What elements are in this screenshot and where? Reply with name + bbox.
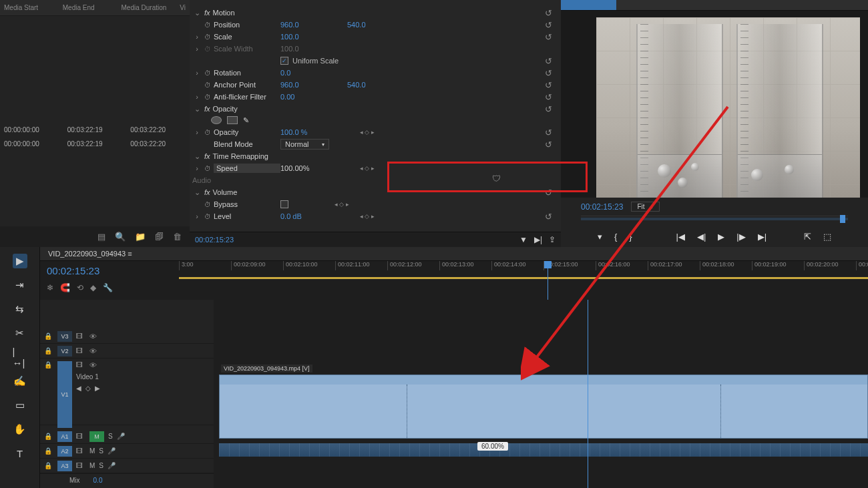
selection-tool[interactable]: ▶ bbox=[13, 254, 27, 268]
expand-icon[interactable]: › bbox=[192, 93, 202, 101]
reset-icon[interactable]: ↺ bbox=[545, 68, 558, 78]
speed-keyframe[interactable] bbox=[407, 385, 407, 438]
lock-icon[interactable]: 🔒 bbox=[44, 433, 53, 440]
slip-tool[interactable]: |↔| bbox=[13, 350, 27, 364]
lock-icon[interactable]: 🔒 bbox=[44, 462, 53, 469]
speed-value[interactable]: 100.00% bbox=[280, 164, 347, 172]
reset-icon[interactable]: ↺ bbox=[545, 212, 558, 222]
keyframe-next-icon[interactable]: ▶ bbox=[95, 385, 100, 392]
settings-icon[interactable]: 🔧 bbox=[103, 283, 113, 292]
ellipse-mask-icon[interactable] bbox=[211, 116, 222, 124]
program-scrubber[interactable] bbox=[581, 216, 848, 226]
source-patch-icon[interactable]: 🎞 bbox=[76, 332, 85, 340]
expand-icon[interactable]: › bbox=[192, 212, 202, 220]
reset-icon[interactable]: ↺ bbox=[545, 188, 558, 198]
playhead-line[interactable] bbox=[588, 300, 588, 488]
col-media-start[interactable]: Media Start bbox=[0, 3, 59, 13]
new-bin-icon[interactable]: 📁 bbox=[135, 232, 146, 242]
pen-tool[interactable]: ✍ bbox=[13, 374, 27, 389]
reset-icon[interactable]: ↺ bbox=[545, 92, 558, 102]
source-patch-icon[interactable]: 🎞 bbox=[76, 433, 85, 440]
voice-over-icon[interactable]: 🎤 bbox=[107, 447, 117, 455]
linked-selection-icon[interactable]: ⟲ bbox=[77, 283, 83, 292]
keyframe-prev-icon[interactable]: ◀ bbox=[76, 385, 81, 392]
mute-button[interactable]: M bbox=[89, 447, 95, 455]
scale-value[interactable]: 100.0 bbox=[280, 33, 347, 41]
sequence-tab[interactable]: VID_20220903_094943 ≡ bbox=[40, 247, 868, 261]
pen-mask-icon[interactable]: ✎ bbox=[243, 116, 249, 125]
zoom-fit-dropdown[interactable]: Fit ⌄ bbox=[631, 202, 660, 212]
go-to-in-icon[interactable]: |◀ bbox=[676, 232, 685, 242]
keyframe-nav[interactable]: ◂ ◇ ▸ bbox=[322, 201, 362, 208]
expand-icon[interactable]: › bbox=[192, 33, 202, 41]
lock-icon[interactable]: 🔒 bbox=[44, 361, 53, 369]
collapse-icon[interactable]: ⌄ bbox=[192, 105, 202, 113]
stopwatch-icon[interactable]: ⏱ bbox=[202, 129, 214, 136]
audio-clip[interactable] bbox=[219, 443, 868, 457]
volume-section[interactable]: ⌄ fx Volume ↺ bbox=[190, 186, 561, 198]
expand-icon[interactable]: › bbox=[192, 69, 202, 77]
timeline-tracks[interactable]: VID_20220903_094943.mp4 [V] 60.00% bbox=[214, 300, 868, 488]
mute-button[interactable]: M bbox=[89, 431, 104, 442]
timeline-timecode[interactable]: 00:02:15:23 bbox=[47, 265, 167, 276]
program-preview[interactable] bbox=[561, 11, 868, 198]
stopwatch-icon[interactable]: ⏱ bbox=[202, 201, 214, 208]
play-icon[interactable]: ▶| bbox=[534, 235, 542, 244]
track-header-a2[interactable]: 🔒 A2 🎞 M S 🎤 bbox=[40, 444, 214, 459]
track-header-v1[interactable]: 🔒 V1 🎞 👁 Video 1 ◀ ◇ ▶ bbox=[40, 358, 214, 425]
source-patch-icon[interactable]: 🎞 bbox=[76, 447, 85, 455]
track-header-v2[interactable]: 🔒 V2 🎞 👁 bbox=[40, 344, 214, 358]
scrub-playhead[interactable] bbox=[840, 215, 845, 223]
track-header-a1[interactable]: 🔒 A1 🎞 M S 🎤 bbox=[40, 429, 214, 444]
keyframe-nav[interactable]: ◂ ◇ ▸ bbox=[347, 129, 387, 136]
rect-mask-icon[interactable] bbox=[227, 116, 238, 124]
position-x-value[interactable]: 960.0 bbox=[280, 21, 347, 29]
collapse-icon[interactable]: ⌄ bbox=[192, 9, 202, 17]
delete-icon[interactable]: 🗑 bbox=[173, 232, 182, 242]
uniform-scale-checkbox[interactable] bbox=[280, 57, 288, 65]
lock-icon[interactable]: 🔒 bbox=[44, 332, 53, 340]
program-tab[interactable] bbox=[561, 0, 616, 10]
eye-icon[interactable]: 👁 bbox=[89, 347, 99, 355]
stopwatch-icon[interactable]: ⏱ bbox=[202, 93, 214, 101]
audio-section[interactable]: Audio bbox=[190, 174, 561, 186]
keyframe-nav[interactable]: ◂ ◇ ▸ bbox=[347, 213, 387, 220]
stopwatch-icon[interactable]: ⏱ bbox=[202, 165, 214, 172]
work-area-bar[interactable] bbox=[179, 277, 868, 279]
expand-icon[interactable]: › bbox=[192, 164, 202, 172]
step-forward-icon[interactable]: |▶ bbox=[736, 232, 745, 242]
col-media-duration[interactable]: Media Duration bbox=[118, 3, 176, 13]
position-y-value[interactable]: 540.0 bbox=[347, 21, 387, 29]
opacity-value[interactable]: 100.0 % bbox=[280, 128, 347, 136]
reset-icon[interactable]: ↺ bbox=[545, 140, 558, 150]
eye-icon[interactable]: 👁 bbox=[89, 332, 99, 340]
keyframe-add-icon[interactable]: ◇ bbox=[85, 385, 91, 392]
keyframe-nav[interactable]: ◂ ◇ ▸ bbox=[347, 165, 387, 172]
collapse-icon[interactable]: ⌄ bbox=[192, 188, 202, 197]
collapse-icon[interactable]: ⌄ bbox=[192, 152, 202, 161]
expand-icon[interactable]: › bbox=[192, 128, 202, 136]
stopwatch-icon[interactable]: ⏱ bbox=[202, 69, 214, 77]
eye-icon[interactable]: 👁 bbox=[89, 361, 99, 369]
export-icon[interactable]: ⇪ bbox=[549, 235, 556, 244]
type-tool[interactable]: T bbox=[13, 446, 27, 461]
reset-icon[interactable]: ↺ bbox=[545, 104, 558, 114]
reset-icon[interactable]: ↺ bbox=[545, 20, 558, 30]
solo-button[interactable]: S bbox=[99, 462, 103, 469]
track-header-v3[interactable]: 🔒 V3 🎞 👁 bbox=[40, 329, 214, 344]
stopwatch-icon[interactable]: ⏱ bbox=[202, 213, 214, 220]
play-button[interactable]: ▶ bbox=[718, 232, 724, 242]
lock-icon[interactable]: 🔒 bbox=[44, 447, 53, 455]
voice-over-icon[interactable]: 🎤 bbox=[107, 462, 117, 469]
blend-mode-dropdown[interactable]: Normal bbox=[280, 139, 329, 150]
opacity-section[interactable]: ⌄ fx Opacity ↺ bbox=[190, 103, 561, 115]
flicker-value[interactable]: 0.00 bbox=[280, 93, 347, 101]
col-media-end[interactable]: Media End bbox=[59, 3, 118, 13]
magnet-icon[interactable]: 🧲 bbox=[60, 283, 70, 292]
mix-value[interactable]: 0.0 bbox=[93, 477, 103, 484]
rectangle-tool[interactable]: ▭ bbox=[13, 398, 27, 413]
mix-track-header[interactable]: Mix 0.0 bbox=[40, 473, 214, 487]
mark-out-icon[interactable]: } bbox=[629, 232, 632, 242]
anchor-y-value[interactable]: 540.0 bbox=[347, 81, 387, 89]
source-patch-icon[interactable]: 🎞 bbox=[76, 347, 85, 354]
